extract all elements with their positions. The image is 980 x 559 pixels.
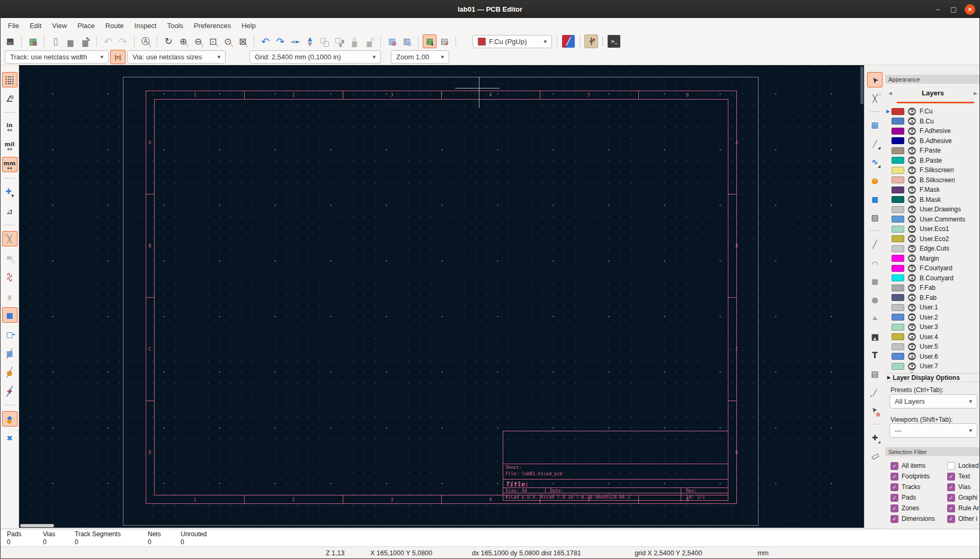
layer-row-edge-cuts[interactable]: Edge.Cuts (885, 244, 980, 254)
tabs-right-arrow[interactable]: ▶ (974, 91, 977, 96)
layer-visibility-eye-icon[interactable] (908, 294, 916, 301)
layer-row-user-eco2[interactable]: User.Eco2 (885, 234, 980, 244)
layer-visibility-eye-icon[interactable] (908, 147, 916, 155)
layer-color-swatch[interactable] (892, 294, 904, 301)
filter-pads[interactable]: ✓Pads (890, 494, 947, 502)
layer-row-f-mask[interactable]: F.Mask (885, 185, 980, 195)
layer-visibility-eye-icon[interactable] (908, 166, 916, 174)
pad-sketch-mode-button[interactable]: ╥━ (3, 289, 17, 303)
polar-coordinates-button[interactable]: ∠θ (3, 92, 17, 106)
appearance-manager-button[interactable]: ◆◆ (3, 412, 17, 426)
layer-visibility-eye-icon[interactable] (908, 284, 916, 292)
layer-visibility-eye-icon[interactable] (908, 176, 916, 184)
add-arc-button[interactable]: ◠ (868, 255, 882, 270)
filter-graphi[interactable]: ✓Graphi (947, 494, 980, 502)
filter-footprints[interactable]: ✓Footprints (890, 473, 947, 481)
find-button[interactable]: Ⓐ╲ (139, 35, 152, 48)
filter-zones[interactable]: ✓Zones (890, 504, 947, 512)
unlock-button[interactable]: ▆∩ (363, 35, 376, 48)
layer-color-swatch[interactable] (892, 343, 904, 350)
zoom-out-button[interactable]: ⊖╲ (192, 35, 204, 48)
layer-color-swatch[interactable] (892, 314, 904, 321)
layer-color-swatch[interactable] (892, 206, 904, 213)
layer-color-swatch[interactable] (892, 216, 904, 223)
add-zone-button[interactable]: ■◦ (868, 192, 882, 206)
layer-visibility-eye-icon[interactable] (908, 156, 916, 164)
minimize-button[interactable]: – (933, 5, 942, 13)
layer-row-user-4[interactable]: User.4 (885, 332, 980, 342)
add-circle-button[interactable]: ● (868, 292, 882, 307)
zoom-fit-page-button[interactable]: ⊡╲ (207, 35, 219, 48)
menu-file[interactable]: File (3, 18, 24, 33)
units-mils-button[interactable]: mil↔ (3, 138, 17, 153)
checkbox-unchecked-icon[interactable]: ✓ (947, 462, 955, 470)
layer-color-swatch[interactable] (892, 235, 904, 242)
add-dimension-button[interactable]: ╱• (868, 385, 882, 400)
menu-place[interactable]: Place (72, 18, 100, 33)
layer-color-swatch[interactable] (892, 157, 904, 164)
layer-row-f-adhesive[interactable]: F.Adhesive (885, 126, 980, 136)
filter-vias[interactable]: ✓Vias (947, 483, 980, 491)
active-layer-select[interactable]: F.Cu (PgUp)▾ (473, 35, 552, 48)
close-button[interactable]: ✕ (965, 4, 975, 15)
pcb-canvas[interactable]: 112233445566AABBCCDD Sheet: File: lab01.… (19, 65, 864, 528)
cursor-style-button[interactable]: ✚➤ (3, 185, 17, 199)
maximize-button[interactable]: ▢ (949, 5, 958, 13)
save-button[interactable]: ■▭ (4, 35, 16, 48)
highlight-net-button[interactable]: ╳○ (868, 91, 882, 105)
filter-other-i[interactable]: ✓Other i (947, 515, 980, 523)
layer-row-f-cu[interactable]: ▶F.Cu (885, 107, 980, 117)
print-button[interactable]: ▆▭ (64, 35, 77, 48)
layer-color-swatch[interactable] (892, 196, 904, 203)
units-mm-button[interactable]: mm↔ (3, 157, 17, 172)
menu-route[interactable]: Route (100, 18, 129, 33)
library-browser-button[interactable]: ▥○ (400, 35, 413, 48)
add-image-button[interactable]: ■▲ (868, 330, 882, 344)
menu-help[interactable]: Help (236, 18, 261, 33)
layer-visibility-eye-icon[interactable] (908, 372, 916, 372)
layer-color-swatch[interactable] (892, 304, 904, 311)
checkbox-checked-icon[interactable]: ✓ (890, 504, 898, 512)
layer-visibility-eye-icon[interactable] (908, 245, 916, 253)
layer-color-swatch[interactable] (892, 118, 904, 125)
layer-visibility-eye-icon[interactable] (908, 196, 916, 203)
add-footprint-button[interactable]: ▦ (868, 118, 882, 132)
layer-visibility-eye-icon[interactable] (908, 323, 916, 331)
properties-panel-button[interactable]: ✖ (3, 431, 17, 445)
refresh-view-button[interactable]: ↻ (162, 35, 175, 48)
set-grid-origin-button[interactable]: ✚◢ (868, 430, 882, 445)
zone-fill-mode-button[interactable]: ■◦ (3, 308, 17, 322)
zone-fill-off-mode-button[interactable]: ▦╱ (3, 346, 17, 360)
filter-dimensions[interactable]: ✓Dimensions (890, 515, 947, 523)
board-setup-button[interactable]: ▦⚙ (26, 35, 39, 48)
auto-track-width-toggle[interactable]: |=| (111, 50, 125, 64)
layer-color-swatch[interactable] (892, 176, 904, 183)
layer-visibility-eye-icon[interactable] (908, 206, 916, 214)
ungroup-button[interactable]: ▢▞ (333, 35, 346, 48)
layer-display-options[interactable]: ▶ Layer Display Options (885, 373, 980, 382)
select-tool-button[interactable]: ➤ (868, 73, 882, 87)
add-textbox-button[interactable]: ▤ (868, 367, 882, 381)
filter-tracks[interactable]: ✓Tracks (890, 483, 947, 491)
status-units[interactable]: mm (758, 549, 769, 557)
interactive-router-settings-button[interactable]: ╋▪ (585, 35, 598, 48)
checkbox-checked-icon[interactable]: ✓ (947, 483, 955, 491)
measure-tool-button[interactable]: ▭ (868, 449, 882, 463)
layer-visibility-eye-icon[interactable] (908, 313, 916, 321)
swap-layer-pair-button[interactable]: ╱ (562, 35, 575, 48)
update-pcb-from-schematic-button[interactable]: ▦↓ (423, 35, 436, 48)
checkbox-checked-icon[interactable]: ✓ (947, 473, 955, 481)
plot-button[interactable]: ▆✎ (79, 35, 92, 48)
add-text-button[interactable]: T (868, 348, 882, 362)
add-rectangle-button[interactable]: ■ (868, 274, 882, 288)
zoom-in-button[interactable]: ⊕╲ (177, 35, 190, 48)
filter-all-items[interactable]: ✓All items (890, 462, 947, 470)
tune-track-length-button[interactable]: ∿◢ (868, 155, 882, 169)
layer-color-swatch[interactable] (892, 285, 904, 291)
layer-visibility-eye-icon[interactable] (908, 352, 916, 360)
layer-row-f-courtyard[interactable]: F.Courtyard (885, 263, 980, 273)
layer-row-b-silkscreen[interactable]: B.Silkscreen (885, 175, 980, 185)
layer-color-swatch[interactable] (892, 147, 904, 154)
page-settings-button[interactable]: ▯ (49, 35, 62, 48)
layer-visibility-eye-icon[interactable] (908, 343, 916, 351)
